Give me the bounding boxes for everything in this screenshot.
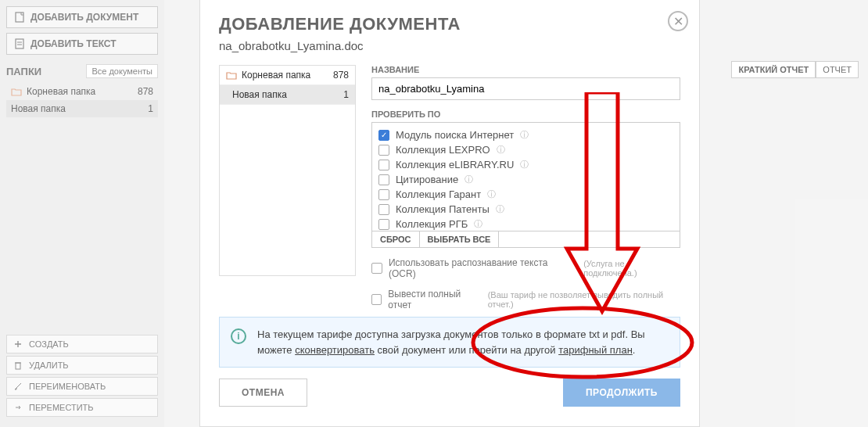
select-all-button[interactable]: ВЫБРАТЬ ВСЕ	[420, 231, 500, 247]
add-document-modal: ✕ ДОБАВЛЕНИЕ ДОКУМЕНТА na_obrabotku_Lyam…	[199, 0, 700, 427]
checkbox-icon[interactable]	[378, 219, 389, 230]
name-label: НАЗВАНИЕ	[371, 65, 680, 74]
checkbox-icon[interactable]	[378, 189, 389, 200]
help-icon[interactable]: ⓘ	[520, 159, 529, 170]
modal-title: ДОБАВЛЕНИЕ ДОКУМЕНТА	[219, 14, 680, 34]
help-icon[interactable]: ⓘ	[487, 188, 496, 200]
convert-link[interactable]: сконвертировать	[295, 344, 375, 356]
ocr-label: Использовать распознавание текста (OCR)	[389, 257, 577, 279]
help-icon[interactable]: ⓘ	[520, 129, 529, 141]
full-report-checkbox[interactable]	[371, 294, 382, 305]
check-item[interactable]: Коллекция eLIBRARY.RUⓘ	[378, 157, 673, 172]
tree-child-folder[interactable]: Новая папка 1	[220, 85, 355, 105]
close-icon: ✕	[673, 14, 683, 29]
tariff-plan-link[interactable]: тарифный план	[558, 344, 633, 356]
check-item[interactable]: Коллекция LEXPROⓘ	[378, 142, 673, 157]
help-icon[interactable]: ⓘ	[497, 144, 505, 156]
full-report-note: (Ваш тариф не позволяет выводить полный …	[488, 290, 680, 309]
tariff-info-box: i На текущем тарифе доступна загрузка до…	[219, 317, 680, 368]
name-input[interactable]	[371, 77, 680, 100]
checkbox-icon[interactable]	[378, 145, 389, 156]
folder-tree: Корневая папка 878 Новая папка 1	[219, 65, 356, 276]
help-icon[interactable]: ⓘ	[464, 174, 473, 185]
help-icon[interactable]: ⓘ	[496, 203, 504, 215]
reset-button[interactable]: СБРОС	[372, 231, 420, 247]
full-report-label: Вывести полный отчет	[388, 289, 481, 310]
folder-icon	[226, 71, 237, 80]
cancel-button[interactable]: ОТМЕНА	[219, 379, 307, 407]
check-label: ПРОВЕРИТЬ ПО	[371, 109, 680, 119]
check-source-list[interactable]: ✓Модуль поиска Интернетⓘ Коллекция LEXPR…	[371, 122, 680, 231]
continue-button[interactable]: ПРОДОЛЖИТЬ	[563, 379, 680, 407]
modal-subtitle: na_obrabotku_Lyamina.doc	[219, 39, 680, 52]
checkbox-icon[interactable]	[378, 160, 389, 170]
ocr-checkbox[interactable]	[371, 263, 382, 274]
info-icon: i	[231, 328, 246, 344]
check-item[interactable]: Цитированиеⓘ	[378, 172, 673, 187]
checkbox-icon[interactable]	[378, 174, 389, 185]
close-button[interactable]: ✕	[668, 11, 688, 31]
checkbox-icon[interactable]	[378, 204, 389, 215]
tree-root-folder[interactable]: Корневая папка 878	[220, 66, 355, 85]
ocr-note: (Услуга не подключена.)	[583, 259, 680, 278]
help-icon[interactable]: ⓘ	[474, 218, 482, 230]
checkbox-icon[interactable]: ✓	[378, 130, 389, 141]
check-item[interactable]: Коллекция Гарантⓘ	[378, 187, 673, 202]
info-text: На текущем тарифе доступна загрузка доку…	[257, 327, 669, 357]
tree-count: 1	[343, 89, 349, 100]
check-item[interactable]: Коллекция РГБⓘ	[378, 217, 673, 231]
check-item[interactable]: Коллекция Патентыⓘ	[378, 202, 673, 217]
tree-count: 878	[333, 70, 349, 81]
check-item[interactable]: ✓Модуль поиска Интернетⓘ	[378, 127, 673, 142]
